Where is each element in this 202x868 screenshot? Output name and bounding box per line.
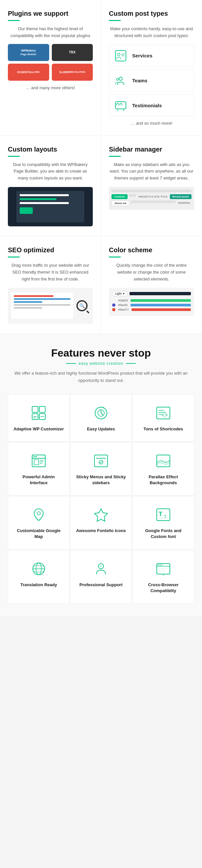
seo-desc: Drag more traffic to your website with o… — [8, 262, 93, 282]
search-handle — [86, 310, 90, 314]
sticky-icon — [92, 452, 110, 470]
feature-customizer: Adaptive WP Customizer — [8, 394, 69, 441]
cpt-testimonials-label: Testimonials — [132, 103, 162, 108]
customizer-icon — [30, 404, 48, 422]
mock-block-1 — [20, 207, 33, 214]
feature-support: Professional Support — [70, 550, 132, 603]
svg-rect-9 — [32, 406, 38, 412]
svg-line-7 — [117, 110, 118, 111]
translation-icon — [30, 560, 48, 578]
svg-rect-26 — [34, 460, 39, 465]
custom-post-section: Custom post types Make your contents han… — [101, 0, 202, 135]
mock-line-2 — [20, 198, 57, 200]
feature-browser-label: Cross-Browser Compatibilty — [138, 582, 189, 594]
seo-line-2 — [14, 301, 42, 303]
feature-fontello-label: Awesome Fontello Icons — [76, 528, 126, 534]
color-select-arrow: ▾ — [123, 292, 125, 295]
color-hex-2: #f4e2f1 — [118, 304, 128, 307]
plugins-title: Plugins we support — [8, 10, 93, 18]
feature-fontello: Awesome Fontello Icons — [70, 496, 132, 549]
sidebar-manager-underline — [109, 156, 121, 157]
custom-layouts-title: Custom layouts — [8, 146, 93, 153]
sidebar-manager-title: Sidebar manager — [109, 146, 194, 153]
feature-shortcodes: Tons of Shortcodes — [133, 394, 194, 441]
seo-section: SEO optimized Drag more traffic to your … — [0, 237, 101, 334]
svg-point-36 — [37, 512, 40, 515]
color-mock-header: Light ▾ — [112, 291, 191, 296]
updates-icon — [92, 404, 110, 422]
color-dot-3 — [112, 308, 115, 311]
svg-point-46 — [100, 565, 102, 567]
feature-translation-label: Translation Ready — [20, 582, 57, 588]
color-select[interactable]: Light ▾ — [112, 291, 128, 296]
sidebar-general: GENERAL — [177, 200, 192, 206]
color-dot-1 — [112, 299, 115, 302]
plugins-underline — [8, 20, 20, 21]
seo-red-line — [14, 295, 54, 297]
seo-search: 🔍 — [76, 300, 90, 311]
testimonials-icon — [114, 99, 128, 113]
seo-underline — [8, 256, 20, 257]
color-select-label: Light — [115, 292, 122, 295]
sidebar-btn-recent: Recent posts — [170, 194, 192, 199]
color-bar-1 — [131, 299, 191, 302]
svg-rect-0 — [115, 51, 126, 61]
sidebar-top-bar — [111, 190, 192, 192]
middle-grid: Custom layouts Due to compatibility with… — [0, 136, 202, 237]
feature-customizer-label: Adaptive WP Customizer — [13, 426, 64, 432]
color-scheme-desc: Quickly change the color of the entire w… — [109, 262, 194, 282]
mock-line-3 — [20, 202, 69, 204]
fontello-icon — [92, 505, 110, 524]
cpt-services-label: Services — [132, 53, 153, 58]
cpt-teams: Teams — [109, 69, 194, 92]
services-icon — [114, 49, 128, 63]
color-bar-2 — [131, 304, 191, 306]
feature-translation: Translation Ready — [8, 550, 69, 603]
plugins-and-more: … and many more others! — [8, 85, 93, 90]
feature-map-label: Customizable Google Map — [13, 528, 64, 539]
features-main-title: Features never stop — [8, 347, 194, 359]
custom-layouts-mock — [8, 187, 93, 226]
fonts-icon: T T — [154, 505, 172, 524]
svg-point-1 — [117, 53, 120, 56]
color-scheme-title: Color scheme — [109, 246, 194, 254]
support-icon — [92, 560, 110, 578]
feature-browser: Cross-Browser Compatibilty — [133, 550, 194, 603]
svg-point-25 — [35, 456, 37, 457]
sidebar-spacer-2 — [131, 200, 176, 203]
cpt-testimonials: Testimonials — [109, 94, 194, 117]
seo-mock: 🔍 — [8, 288, 93, 324]
svg-point-5 — [116, 79, 119, 81]
feature-parallax: Parallax Effect Backgrounds — [133, 442, 194, 495]
plugin-trx: TRX — [52, 44, 93, 61]
color-dot-2 — [112, 304, 115, 307]
features-section: Features never stop easy website creatio… — [0, 334, 202, 616]
custom-post-underline — [109, 20, 121, 21]
shortcodes-icon — [154, 404, 172, 422]
color-bar-3 — [132, 308, 191, 311]
svg-rect-18 — [157, 407, 170, 419]
mock-inner — [16, 191, 84, 222]
plugins-grid: WPBakery Page Builder TRX ESSENTIAL GRID… — [8, 44, 93, 81]
sidebar-row-1: Controls WIDGETS & SITE TITLE Recent pos… — [111, 194, 192, 199]
color-row-2: #f4e2f1 — [112, 304, 191, 307]
seo-line-4 — [14, 307, 42, 309]
teams-icon — [114, 74, 128, 88]
sidebar-text: WIDGETS & SITE TITLE — [137, 194, 169, 199]
feature-sticky: Sticky Menus and Sticky sidebars — [70, 442, 132, 495]
feature-updates-label: Easy Updates — [87, 426, 115, 432]
color-scheme-underline — [109, 256, 121, 257]
top-grid: Plugins we support Our theme has the hig… — [0, 0, 202, 136]
feature-updates: Easy Updates — [70, 394, 132, 441]
feature-support-label: Professional Support — [79, 582, 122, 588]
plugin-essential: ESSENTIAL GRID — [8, 64, 49, 81]
sidebar-row-2: About me GENERAL — [111, 200, 192, 206]
features-grid: Adaptive WP Customizer Easy Updates — [8, 394, 194, 603]
plugins-desc: Our theme has the highest level of compa… — [8, 26, 93, 39]
plugin-wpbakery: WPBakery Page Builder — [8, 44, 49, 61]
main-wrapper: Plugins we support Our theme has the hig… — [0, 0, 202, 616]
custom-post-desc: Make your contents handy, easy-to-use an… — [109, 26, 194, 39]
custom-post-title: Custom post types — [109, 10, 194, 18]
color-row-1: #0dd33 — [112, 299, 191, 302]
seo-line-1 — [14, 298, 70, 300]
